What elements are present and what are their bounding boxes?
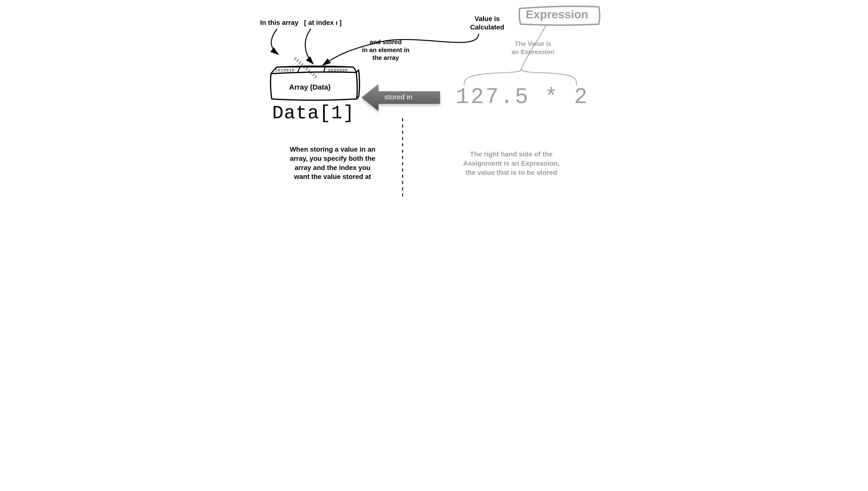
value-is-expression-note: The Value is an Expression [499,40,567,56]
stored-in-label: stored in [385,93,412,101]
right-explanation: The right hand side of the Assignment is… [453,150,569,177]
value-calculated-note: Value is Calculated [463,15,511,31]
array-access-code: Data[1] [272,103,355,124]
left-explanation: When storing a value in an array, you sp… [275,145,391,181]
array-label: Array (Data) [289,83,331,91]
bits-right: 0000000 [328,68,348,73]
diagram-canvas: In this array [ at index ı ] and stored … [253,0,615,205]
in-this-array-label: In this array [ at index ı ] [260,19,342,27]
stored-note: and stored in an element in the array [349,38,422,62]
expression-code: 127.5 * 2 [456,85,589,110]
bits-mid: 1111111111 [293,56,318,80]
expression-box-label: Expression [526,8,588,21]
bits-left: 1010010 [275,68,295,73]
